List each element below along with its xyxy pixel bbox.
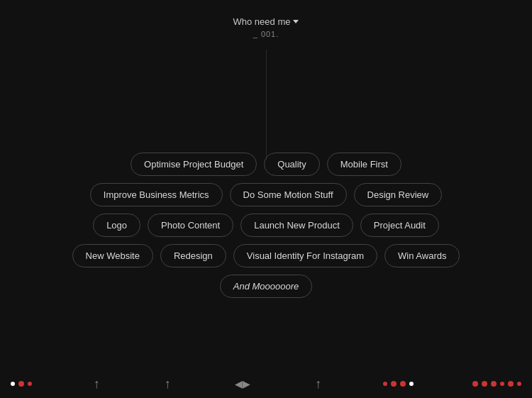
- tag-quality[interactable]: Quality: [264, 153, 319, 176]
- header: Who need me _ 001.: [0, 0, 532, 43]
- tag-design-review[interactable]: Design Review: [354, 183, 443, 206]
- tag-mobile-first[interactable]: Mobile First: [327, 153, 401, 176]
- nav-arrows-icon[interactable]: ◀▶: [232, 377, 253, 391]
- tag-redesign[interactable]: Redesign: [160, 244, 226, 267]
- tag-label: Optimise Project Budget: [144, 159, 243, 170]
- tag-project-audit[interactable]: Project Audit: [360, 214, 439, 237]
- tag-label: And Moooooore: [233, 281, 299, 292]
- tag-do-some-motion-stuff[interactable]: Do Some Motion Stuff: [230, 183, 347, 206]
- nav-up-icon-1[interactable]: ↑: [91, 375, 103, 393]
- nav-dot-10: [491, 381, 497, 387]
- tag-label: Redesign: [174, 250, 213, 261]
- nav-dot-12: [508, 381, 514, 387]
- tags-row-5: And Moooooore: [220, 275, 313, 298]
- chevron-down-icon: [293, 20, 299, 23]
- tag-label: Logo: [106, 220, 127, 231]
- tag-label: Mobile First: [340, 159, 388, 170]
- nav-dot-7: [409, 382, 414, 386]
- tag-and-moooooore[interactable]: And Moooooore: [220, 275, 313, 298]
- nav-up-icon-3[interactable]: ↑: [312, 375, 324, 393]
- tags-row-4: New Website Redesign Visual Identity For…: [72, 244, 460, 267]
- tag-label: Visual Identity For Instagram: [247, 250, 364, 261]
- nav-up-icon-2[interactable]: ↑: [162, 375, 174, 393]
- nav-section-3: ↑: [162, 375, 174, 393]
- header-title[interactable]: Who need me: [233, 16, 299, 27]
- tag-win-awards[interactable]: Win Awards: [384, 244, 460, 267]
- nav-section-5: ↑: [312, 375, 324, 393]
- tag-label: Win Awards: [398, 250, 446, 261]
- nav-section-2: ↑: [91, 375, 103, 393]
- tag-photo-content[interactable]: Photo Content: [148, 214, 233, 237]
- tag-new-website[interactable]: New Website: [72, 244, 153, 267]
- bottom-nav: ↑ ↑ ◀▶ ↑: [0, 370, 532, 398]
- tag-label: Design Review: [367, 189, 429, 200]
- tag-label: Improve Business Metrics: [104, 189, 209, 200]
- nav-dot-5: [391, 381, 397, 387]
- tags-row-1: Optimise Project Budget Quality Mobile F…: [131, 153, 401, 176]
- nav-dot-4: [383, 382, 387, 386]
- tag-optimise-project-budget[interactable]: Optimise Project Budget: [131, 153, 257, 176]
- tags-container: Optimise Project Budget Quality Mobile F…: [0, 153, 532, 298]
- nav-dot-11: [500, 382, 504, 386]
- header-title-text: Who need me: [233, 16, 291, 27]
- vertical-divider: [266, 50, 267, 160]
- nav-dot-3: [28, 382, 32, 386]
- header-subtitle: _ 001.: [253, 30, 279, 38]
- tag-launch-new-product[interactable]: Launch New Product: [240, 214, 353, 237]
- nav-dot-13: [517, 382, 521, 386]
- tag-label: Quality: [277, 159, 306, 170]
- nav-section-6: [383, 381, 414, 387]
- nav-dot-8: [472, 381, 478, 387]
- tag-improve-business-metrics[interactable]: Improve Business Metrics: [90, 183, 223, 206]
- nav-section-7: [472, 381, 521, 387]
- nav-dot-1: [11, 382, 15, 386]
- nav-dot-6: [400, 381, 406, 387]
- nav-section-1: [11, 381, 32, 387]
- tag-label: Launch New Product: [254, 220, 340, 231]
- tag-visual-identity-instagram[interactable]: Visual Identity For Instagram: [233, 244, 377, 267]
- tags-row-3: Logo Photo Content Launch New Product Pr…: [93, 214, 439, 237]
- nav-dot-2: [18, 381, 24, 387]
- tag-label: Photo Content: [161, 220, 220, 231]
- tag-label: Do Some Motion Stuff: [243, 189, 333, 200]
- tags-row-2: Improve Business Metrics Do Some Motion …: [90, 183, 442, 206]
- tag-label: New Website: [86, 250, 140, 261]
- nav-dot-9: [482, 381, 487, 387]
- nav-section-4: ◀▶: [232, 377, 253, 391]
- tag-label: Project Audit: [374, 220, 426, 231]
- tag-logo[interactable]: Logo: [93, 214, 140, 237]
